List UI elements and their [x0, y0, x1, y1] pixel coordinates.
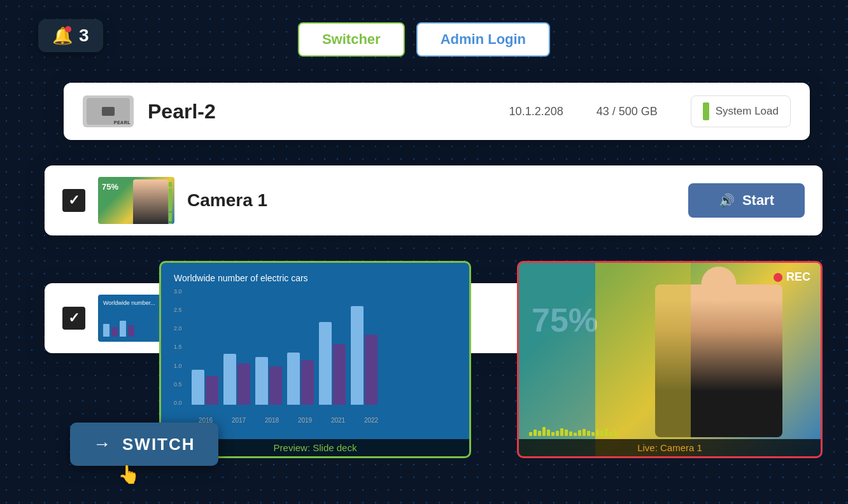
rec-label: REC	[786, 270, 810, 284]
rec-badge: REC	[774, 270, 810, 284]
notification-bar[interactable]: 🔔 3	[38, 19, 103, 52]
chart-title: Worldwide number of electric cars	[174, 273, 456, 283]
chart-x-labels: 2016 2017 2018 2019 2021 2022	[174, 417, 456, 424]
camera1-card: ✓ 75% Camera 1 🔊 Start	[45, 165, 823, 235]
admin-login-button[interactable]: Admin Login	[416, 22, 550, 57]
arrow-right-icon: →	[93, 434, 112, 454]
chart-bars	[192, 288, 378, 406]
system-load-bar-indicator	[703, 102, 709, 120]
live-panel: REC 75% Live: Camera 1	[517, 261, 823, 458]
switcher-button[interactable]: Switcher	[298, 22, 405, 57]
live-person-head	[702, 267, 737, 302]
rec-dot	[774, 273, 782, 282]
sound-icon: 🔊	[719, 193, 735, 208]
bell-icon: 🔔	[52, 25, 73, 46]
camera2-checkbox[interactable]: ✓	[62, 307, 85, 330]
device-card: PEARL Pearl-2 10.1.2.208 43 / 500 GB Sys…	[64, 83, 810, 140]
switch-label: SWITCH	[122, 435, 195, 454]
top-action-buttons: Switcher Admin Login	[298, 22, 550, 57]
live-audio-bars	[529, 427, 617, 436]
camera1-name: Camera 1	[187, 190, 675, 211]
camera1-thumbnail: 75%	[98, 177, 174, 224]
notification-dot	[65, 26, 71, 32]
camera1-person	[133, 179, 168, 224]
system-load-label: System Load	[716, 105, 779, 118]
cursor-hand-icon: 👆	[118, 464, 140, 485]
start-button[interactable]: 🔊 Start	[688, 183, 805, 218]
system-load-box: System Load	[691, 95, 791, 127]
live-label: Live: Camera 1	[519, 439, 821, 456]
device-icon: PEARL	[83, 95, 134, 127]
notification-count: 3	[79, 25, 89, 46]
device-storage: 43 / 500 GB	[597, 105, 658, 118]
camera1-audio-bars	[169, 182, 172, 224]
device-ip: 10.1.2.208	[509, 105, 563, 118]
switch-button[interactable]: → SWITCH	[70, 423, 218, 466]
device-name: Pearl-2	[148, 100, 495, 123]
camera1-checkbox[interactable]: ✓	[62, 189, 85, 212]
